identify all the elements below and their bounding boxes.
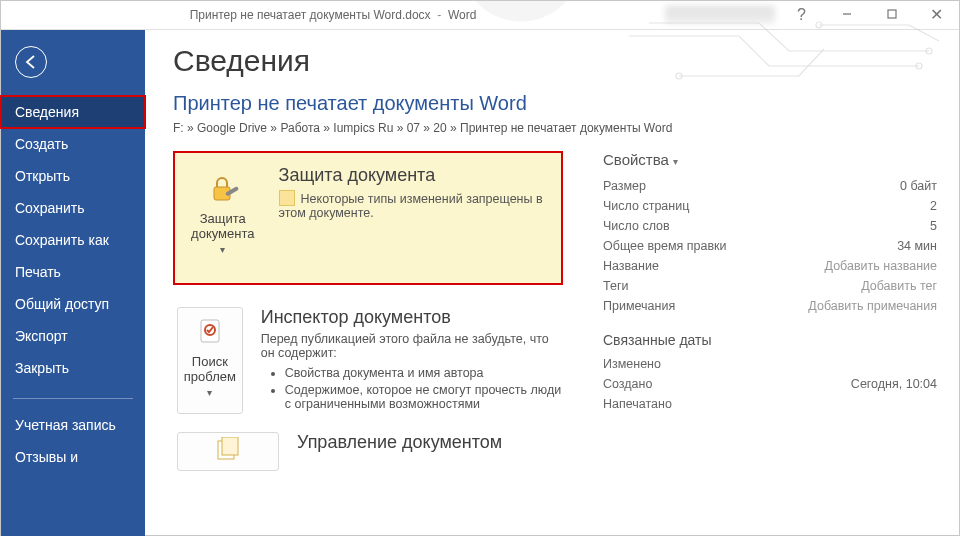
protect-heading: Защита документа [279,165,545,186]
document-check-icon [192,316,228,348]
backstage-sidebar: Сведения Создать Открыть Сохранить Сохра… [1,30,145,536]
close-button[interactable]: ✕ [914,1,959,29]
breadcrumb: F: » Google Drive » Работа » Iumpics Ru … [173,121,937,135]
chevron-down-icon: ▾ [220,244,225,255]
prop-tags: ТегиДобавить тег [603,276,937,296]
page-title: Сведения [173,44,937,78]
arrow-left-icon [23,54,39,70]
properties-panel: Свойства ▾ Размер0 байт Число страниц2 Ч… [603,151,937,414]
manage-heading: Управление документом [297,432,502,453]
prop-edit-time: Общее время правки34 мин [603,236,937,256]
prop-comments: ПримечанияДобавить примечания [603,296,937,316]
nav-share[interactable]: Общий доступ [1,288,145,320]
document-title-link[interactable]: Принтер не печатает документы Word [173,92,937,115]
protect-button-label: Защита документа [191,211,254,241]
back-button[interactable] [15,46,47,78]
prop-words: Число слов5 [603,216,937,236]
svg-rect-11 [222,437,238,455]
help-button[interactable]: ? [779,1,824,29]
restore-button[interactable] [869,1,914,29]
manage-document-section: Управление документом [173,432,563,471]
check-issues-label: Поиск проблем [184,354,236,384]
minimize-button[interactable] [824,1,869,29]
app-window: Принтер не печатает документы Word.docx … [0,0,960,536]
protect-document-button[interactable]: Защита документа ▾ [185,165,261,263]
inspect-heading: Инспектор документов [261,307,563,328]
prop-title: НазваниеДобавить название [603,256,937,276]
nav-save[interactable]: Сохранить [1,192,145,224]
inspect-description: Перед публикацией этого файла не забудьт… [261,332,563,360]
nav-feedback[interactable]: Отзывы и [1,441,145,473]
lock-key-icon [205,173,241,205]
prop-created: СозданоСегодня, 10:04 [603,374,937,394]
nav-open[interactable]: Открыть [1,160,145,192]
nav-export[interactable]: Экспорт [1,320,145,352]
nav-account[interactable]: Учетная запись [1,409,145,441]
inspect-bullet: Содержимое, которое не смогут прочесть л… [285,383,563,411]
manage-document-button[interactable] [177,432,279,471]
title-bar: Принтер не печатает документы Word.docx … [1,1,959,30]
prop-size: Размер0 байт [603,176,937,196]
file-name: Принтер не печатает документы Word.docx [190,8,431,22]
nav-close[interactable]: Закрыть [1,352,145,384]
documents-stack-icon [210,437,246,461]
nav-save-as[interactable]: Сохранить как [1,224,145,256]
info-pane: Сведения Принтер не печатает документы W… [145,30,959,536]
properties-heading: Свойства [603,151,669,168]
prop-pages: Число страниц2 [603,196,937,216]
svg-rect-1 [888,10,896,18]
app-name: Word [448,8,476,22]
properties-dropdown[interactable]: Свойства ▾ [603,151,937,168]
account-name-blurred[interactable] [665,6,775,24]
inspect-bullet: Свойства документа и имя автора [285,366,563,380]
prop-modified: Изменено [603,354,937,374]
window-title: Принтер не печатает документы Word.docx … [1,1,665,29]
protect-document-section: Защита документа ▾ Защита документа Неко… [173,151,563,285]
nav-divider [13,398,133,399]
check-issues-button[interactable]: Поиск проблем ▾ [177,307,243,414]
chevron-down-icon: ▾ [207,387,212,398]
nav-info[interactable]: Сведения [1,96,145,128]
prop-printed: Напечатано [603,394,937,414]
inspect-document-section: Поиск проблем ▾ Инспектор документов Пер… [173,307,563,414]
nav-create[interactable]: Создать [1,128,145,160]
inspect-bullets: Свойства документа и имя автора Содержим… [263,366,563,411]
nav-print[interactable]: Печать [1,256,145,288]
related-dates-heading: Связанные даты [603,332,937,348]
chevron-down-icon: ▾ [673,156,678,167]
protect-description: Некоторые типы изменений запрещены в это… [279,190,545,220]
